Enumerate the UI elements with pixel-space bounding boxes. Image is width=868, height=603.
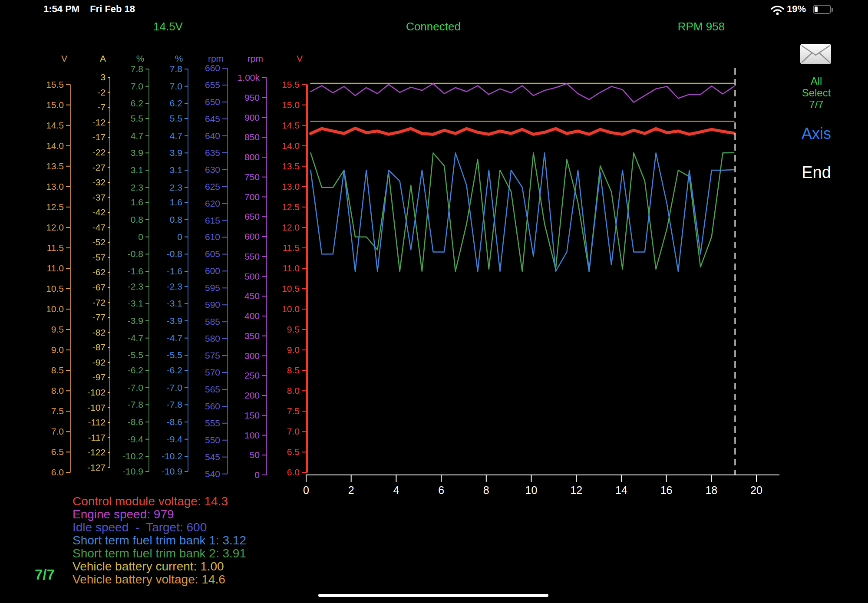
svg-text:3.1: 3.1 bbox=[170, 165, 182, 175]
svg-text:950: 950 bbox=[244, 92, 260, 102]
svg-text:6.2: 6.2 bbox=[131, 98, 143, 108]
svg-text:12.0: 12.0 bbox=[282, 222, 300, 232]
svg-text:585: 585 bbox=[205, 316, 220, 326]
svg-text:14.5: 14.5 bbox=[282, 120, 300, 130]
svg-text:6.0: 6.0 bbox=[287, 467, 300, 477]
svg-text:14.5: 14.5 bbox=[46, 120, 64, 130]
svg-text:645: 645 bbox=[205, 114, 220, 124]
svg-text:10: 10 bbox=[525, 484, 538, 496]
svg-text:9.0: 9.0 bbox=[287, 345, 300, 355]
svg-text:18: 18 bbox=[705, 484, 717, 496]
svg-text:10.0: 10.0 bbox=[282, 304, 300, 314]
svg-text:13.0: 13.0 bbox=[282, 181, 300, 191]
svg-text:-102: -102 bbox=[87, 387, 106, 397]
legend-item-control-module-voltage[interactable]: Control module voltage: 14.3 bbox=[73, 495, 246, 508]
select-all-button[interactable]: All Select 7/7 bbox=[785, 75, 848, 110]
svg-text:3.9: 3.9 bbox=[131, 148, 143, 158]
svg-text:500: 500 bbox=[244, 271, 260, 281]
svg-text:9.5: 9.5 bbox=[287, 324, 300, 334]
svg-text:-3.1: -3.1 bbox=[167, 298, 182, 308]
svg-text:-82: -82 bbox=[92, 327, 106, 337]
end-button[interactable]: End bbox=[785, 163, 848, 182]
svg-text:-7.0: -7.0 bbox=[128, 382, 143, 392]
legend-item-idle-speed[interactable]: Idle speed - Target: 600 bbox=[73, 521, 246, 534]
svg-text:15.0: 15.0 bbox=[282, 100, 300, 110]
svg-text:-97: -97 bbox=[92, 372, 106, 382]
svg-text:16: 16 bbox=[660, 484, 673, 496]
svg-text:615: 615 bbox=[205, 215, 220, 225]
svg-text:3: 3 bbox=[100, 72, 106, 82]
svg-text:350: 350 bbox=[244, 331, 260, 341]
svg-text:-17: -17 bbox=[92, 132, 106, 142]
legend-item-stft-bank1[interactable]: Short term fuel trim bank 1: 3.12 bbox=[73, 534, 246, 547]
svg-text:-2.3: -2.3 bbox=[128, 281, 143, 291]
svg-text:-77: -77 bbox=[92, 312, 106, 322]
svg-text:-42: -42 bbox=[92, 207, 106, 217]
svg-text:-0.8: -0.8 bbox=[128, 249, 143, 259]
svg-text:0: 0 bbox=[138, 232, 143, 242]
share-email-button[interactable] bbox=[800, 44, 831, 64]
svg-text:4.7: 4.7 bbox=[131, 131, 143, 141]
svg-text:7.5: 7.5 bbox=[51, 406, 64, 416]
legend-item-engine-speed[interactable]: Engine speed: 979 bbox=[73, 508, 246, 521]
svg-text:450: 450 bbox=[244, 291, 260, 301]
svg-text:1.6: 1.6 bbox=[131, 197, 143, 207]
svg-text:100: 100 bbox=[244, 430, 260, 440]
svg-text:6.0: 6.0 bbox=[51, 467, 64, 477]
svg-text:-57: -57 bbox=[92, 252, 106, 262]
svg-text:7.8: 7.8 bbox=[131, 64, 143, 74]
svg-text:10.5: 10.5 bbox=[282, 283, 300, 293]
svg-text:-5.5: -5.5 bbox=[167, 350, 182, 360]
svg-text:11.0: 11.0 bbox=[47, 263, 64, 273]
svg-text:6.2: 6.2 bbox=[170, 98, 182, 108]
svg-text:-0.8: -0.8 bbox=[167, 249, 182, 259]
svg-text:8.5: 8.5 bbox=[51, 365, 64, 375]
axis-column-v_batt: V15.515.014.514.013.513.012.512.011.511.… bbox=[46, 53, 70, 477]
axis-column-rpm_idle: rpm6606556506456406356306256206156106056… bbox=[205, 53, 228, 479]
svg-text:-8.6: -8.6 bbox=[128, 417, 143, 427]
svg-text:-27: -27 bbox=[92, 162, 106, 172]
axis-unit-label: % bbox=[175, 53, 183, 63]
series-stft-bank2 bbox=[310, 153, 734, 271]
svg-text:7.8: 7.8 bbox=[170, 64, 182, 74]
svg-text:-37: -37 bbox=[92, 192, 106, 202]
legend-item-battery-current[interactable]: Vehicle battery current: 1.00 bbox=[73, 560, 246, 573]
pid-legend: Control module voltage: 14.3 Engine spee… bbox=[73, 495, 246, 586]
axis-column-pct_g: %7.87.06.25.54.73.93.12.31.60.80-0.8-1.6… bbox=[122, 53, 149, 476]
legend-item-stft-bank2[interactable]: Short term fuel trim bank 2: 3.91 bbox=[73, 547, 246, 560]
svg-text:625: 625 bbox=[205, 181, 220, 191]
svg-text:-6.2: -6.2 bbox=[128, 365, 143, 375]
svg-text:0: 0 bbox=[254, 470, 260, 480]
svg-text:15.0: 15.0 bbox=[46, 100, 64, 110]
legend-item-battery-voltage[interactable]: Vehicle battery voltage: 14.6 bbox=[73, 573, 246, 586]
svg-text:8.5: 8.5 bbox=[287, 365, 300, 375]
svg-text:-4.7: -4.7 bbox=[167, 333, 182, 343]
svg-text:630: 630 bbox=[205, 165, 220, 175]
svg-text:550: 550 bbox=[244, 251, 260, 261]
svg-text:-127: -127 bbox=[87, 462, 106, 472]
svg-text:7.5: 7.5 bbox=[287, 406, 300, 416]
svg-text:0: 0 bbox=[177, 232, 182, 242]
svg-text:7.0: 7.0 bbox=[51, 426, 64, 436]
axis-column-amps: A3-2-7-12-17-22-27-32-37-42-47-52-57-62-… bbox=[87, 53, 110, 472]
svg-text:13.5: 13.5 bbox=[46, 161, 64, 171]
app-screen: 1:54 PM Fri Feb 18 19% 14.5V Connected R… bbox=[0, 0, 868, 603]
svg-text:-4.7: -4.7 bbox=[128, 333, 143, 343]
svg-text:7.0: 7.0 bbox=[131, 81, 143, 91]
axis-button[interactable]: Axis bbox=[785, 125, 848, 143]
svg-text:-5.5: -5.5 bbox=[128, 350, 143, 360]
svg-text:10.0: 10.0 bbox=[46, 304, 64, 314]
svg-text:-2: -2 bbox=[97, 87, 106, 97]
select-label: Select bbox=[785, 87, 848, 99]
svg-text:-9.4: -9.4 bbox=[167, 434, 183, 444]
svg-text:11.5: 11.5 bbox=[283, 243, 300, 253]
axis-column-v_cm: V15.515.014.514.013.513.012.512.011.511.… bbox=[282, 53, 307, 477]
svg-text:8.0: 8.0 bbox=[287, 386, 300, 395]
svg-text:20: 20 bbox=[750, 484, 762, 496]
svg-text:700: 700 bbox=[244, 192, 260, 202]
home-indicator[interactable] bbox=[318, 594, 548, 597]
svg-text:1.00k: 1.00k bbox=[238, 72, 260, 82]
svg-text:650: 650 bbox=[244, 211, 260, 221]
svg-text:590: 590 bbox=[205, 300, 220, 310]
svg-text:250: 250 bbox=[244, 370, 260, 380]
